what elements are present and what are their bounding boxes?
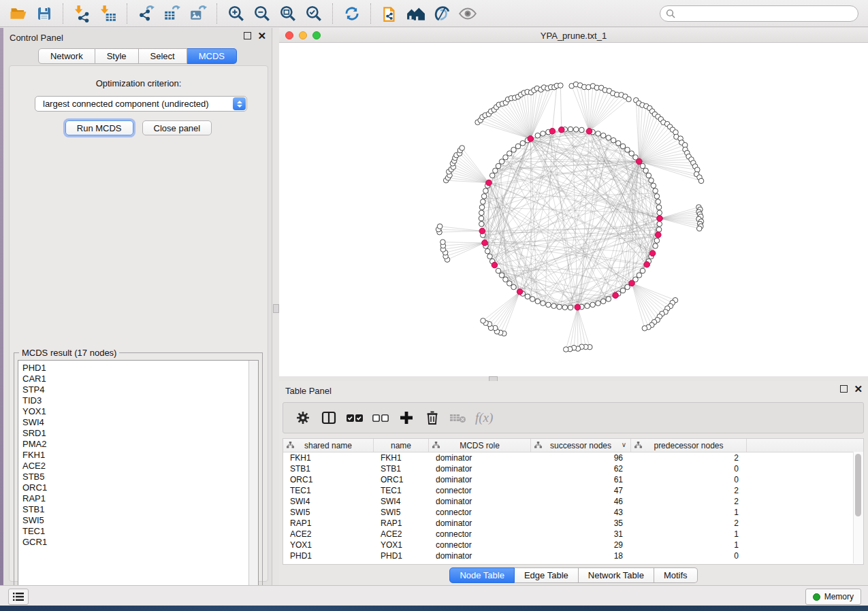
search-input[interactable] xyxy=(660,5,858,22)
network-leaf-node[interactable] xyxy=(440,240,446,245)
network-node[interactable] xyxy=(596,131,601,137)
network-node[interactable] xyxy=(656,199,661,205)
network-node[interactable] xyxy=(483,188,489,194)
network-node[interactable] xyxy=(493,168,498,174)
network-node[interactable] xyxy=(600,299,606,304)
memory-button[interactable]: Memory xyxy=(805,589,861,605)
network-node[interactable] xyxy=(520,141,526,146)
mcds-network-node[interactable] xyxy=(637,159,643,165)
network-node[interactable] xyxy=(511,147,517,152)
select-all-rows-icon[interactable] xyxy=(343,406,366,429)
export-network-icon[interactable] xyxy=(133,2,159,25)
optimization-criterion-select[interactable]: largest connected component (undirected) xyxy=(35,96,247,112)
zoom-out-icon[interactable] xyxy=(249,2,275,25)
network-node[interactable] xyxy=(654,238,660,244)
table-row[interactable]: ORC1ORC1dominator610 xyxy=(283,474,863,485)
table-row[interactable]: FKH1FKH1dominator962 xyxy=(283,452,863,463)
network-node[interactable] xyxy=(496,163,501,169)
mcds-list-scrollbar[interactable] xyxy=(248,361,258,601)
network-node[interactable] xyxy=(511,284,517,290)
network-node[interactable] xyxy=(643,168,649,174)
network-node[interactable] xyxy=(479,221,485,227)
table-row[interactable]: YOX1YOX1connector291 xyxy=(283,540,863,550)
network-node[interactable] xyxy=(651,183,656,188)
network-leaf-node[interactable] xyxy=(696,226,702,231)
network-node[interactable] xyxy=(487,254,493,259)
mcds-result-item[interactable]: FKH1 xyxy=(22,450,249,461)
network-node[interactable] xyxy=(557,304,562,310)
network-node[interactable] xyxy=(551,303,557,309)
network-node[interactable] xyxy=(530,297,535,302)
network-node[interactable] xyxy=(657,210,662,216)
network-leaf-node[interactable] xyxy=(626,97,632,102)
column-header-shared-name[interactable]: shared name xyxy=(283,439,374,452)
network-node[interactable] xyxy=(653,188,658,194)
network-node[interactable] xyxy=(606,297,611,302)
network-node[interactable] xyxy=(625,147,630,152)
network-node[interactable] xyxy=(503,277,509,282)
network-node[interactable] xyxy=(507,281,513,286)
network-node[interactable] xyxy=(573,127,579,133)
mcds-network-node[interactable] xyxy=(559,127,565,133)
tab-style[interactable]: Style xyxy=(95,48,139,64)
network-node[interactable] xyxy=(546,302,551,308)
table-row[interactable]: RAP1RAP1dominator352 xyxy=(283,518,863,529)
mcds-result-item[interactable]: STB1 xyxy=(22,504,249,515)
task-history-list-button[interactable] xyxy=(8,589,29,605)
network-node[interactable] xyxy=(590,302,596,308)
table-scrollbar[interactable] xyxy=(853,452,863,563)
mcds-result-item[interactable]: STP4 xyxy=(22,384,249,395)
network-node[interactable] xyxy=(579,127,585,133)
column-header-MCDS-role[interactable]: MCDS role xyxy=(429,439,531,452)
table-scrollbar-thumb[interactable] xyxy=(855,454,861,516)
column-header-predecessor-nodes[interactable]: predecessor nodes xyxy=(631,439,747,452)
network-leaf-node[interactable] xyxy=(642,326,647,331)
network-node[interactable] xyxy=(625,284,630,290)
network-node[interactable] xyxy=(515,144,521,149)
open-folder-icon[interactable] xyxy=(5,2,31,25)
tab-motifs[interactable]: Motifs xyxy=(654,567,698,583)
network-node[interactable] xyxy=(485,248,490,254)
network-node[interactable] xyxy=(499,159,504,165)
network-node[interactable] xyxy=(499,273,504,278)
network-node[interactable] xyxy=(535,299,541,304)
table-row[interactable]: PHD1PHD1dominator180 xyxy=(283,550,863,561)
zoom-selected-icon[interactable] xyxy=(301,2,327,25)
network-node[interactable] xyxy=(646,173,652,178)
network-leaf-node[interactable] xyxy=(481,318,486,324)
network-node[interactable] xyxy=(653,244,658,249)
zoom-in-icon[interactable] xyxy=(223,2,249,25)
mcds-network-node[interactable] xyxy=(575,304,581,310)
create-column-plus-icon[interactable] xyxy=(395,406,418,429)
network-node[interactable] xyxy=(620,288,626,293)
column-header-successor-nodes[interactable]: successor nodes∨ xyxy=(531,439,631,452)
mcds-result-item[interactable]: ACE2 xyxy=(22,461,249,472)
mcds-result-item[interactable]: GCR1 xyxy=(22,537,249,548)
zoom-fit-icon[interactable] xyxy=(275,2,301,25)
horizontal-splitter[interactable] xyxy=(279,376,868,381)
tab-select[interactable]: Select xyxy=(139,48,187,64)
mcds-network-node[interactable] xyxy=(656,232,662,238)
vertical-splitter-grip[interactable] xyxy=(273,304,279,313)
network-node[interactable] xyxy=(600,133,606,138)
export-image-icon[interactable] xyxy=(185,2,211,25)
mcds-result-item[interactable]: CAR1 xyxy=(22,374,249,384)
network-node[interactable] xyxy=(481,199,486,205)
network-node[interactable] xyxy=(640,268,645,274)
mcds-result-item[interactable]: YOX1 xyxy=(22,406,249,417)
share-document-icon[interactable] xyxy=(377,2,403,25)
network-node[interactable] xyxy=(535,133,541,138)
import-table-icon[interactable] xyxy=(95,2,121,25)
network-node[interactable] xyxy=(615,141,621,146)
mcds-result-item[interactable]: SRD1 xyxy=(22,428,249,439)
network-node[interactable] xyxy=(656,227,662,233)
mcds-network-node[interactable] xyxy=(629,280,635,286)
network-node[interactable] xyxy=(568,127,573,132)
table-row[interactable]: ACE2ACE2connector311 xyxy=(283,529,863,540)
mcds-network-node[interactable] xyxy=(479,228,485,234)
mcds-network-node[interactable] xyxy=(644,261,650,267)
show-hide-eye-icon[interactable] xyxy=(455,2,481,25)
network-node[interactable] xyxy=(649,178,654,183)
mcds-network-node[interactable] xyxy=(586,129,592,135)
network-leaf-node[interactable] xyxy=(698,178,704,184)
